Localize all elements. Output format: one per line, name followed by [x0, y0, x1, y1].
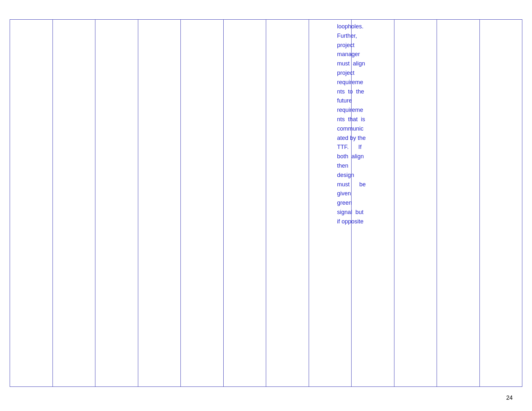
table-col-3 — [95, 19, 138, 387]
text-line-8: nts to the — [337, 87, 385, 96]
text-line-22: if opposite — [337, 217, 385, 226]
text-line-13: ated by the — [337, 133, 385, 143]
text-line-9: future — [337, 96, 385, 105]
text-line-4: manager — [337, 50, 385, 59]
text-line-3: project — [337, 41, 385, 50]
table-col-4 — [138, 19, 181, 387]
table-col-1 — [10, 19, 53, 387]
table-col-12 — [479, 19, 523, 387]
text-line-5: must align — [337, 59, 385, 68]
text-line-1: loopholes. — [337, 22, 385, 31]
table-col-5 — [180, 19, 223, 387]
page: loopholes.Further,projectmanagermust ali… — [0, 0, 532, 411]
text-line-16: then — [337, 161, 385, 171]
text-line-12: communic — [337, 124, 385, 133]
text-line-19: given — [337, 189, 385, 198]
text-line-11: nts that is — [337, 115, 385, 124]
text-line-20: green — [337, 198, 385, 208]
page-number: 24 — [506, 395, 513, 401]
text-line-17: design — [337, 171, 385, 180]
text-line-10: requireme — [337, 105, 385, 115]
table-col-11 — [437, 19, 479, 387]
table-grid — [10, 19, 522, 387]
text-line-2: Further, — [337, 31, 385, 41]
text-line-7: requireme — [337, 78, 385, 87]
table-col-10 — [394, 19, 437, 387]
table-col-6 — [223, 19, 266, 387]
table-col-2 — [53, 19, 95, 387]
text-line-6: project — [337, 68, 385, 78]
text-line-15: both align — [337, 152, 385, 161]
text-line-21: signal but — [337, 208, 385, 217]
table-col-7 — [266, 19, 309, 387]
text-content-column: loopholes.Further,projectmanagermust ali… — [335, 19, 387, 229]
text-line-14: TTF. If — [337, 142, 385, 152]
text-line-18: must be — [337, 180, 385, 189]
